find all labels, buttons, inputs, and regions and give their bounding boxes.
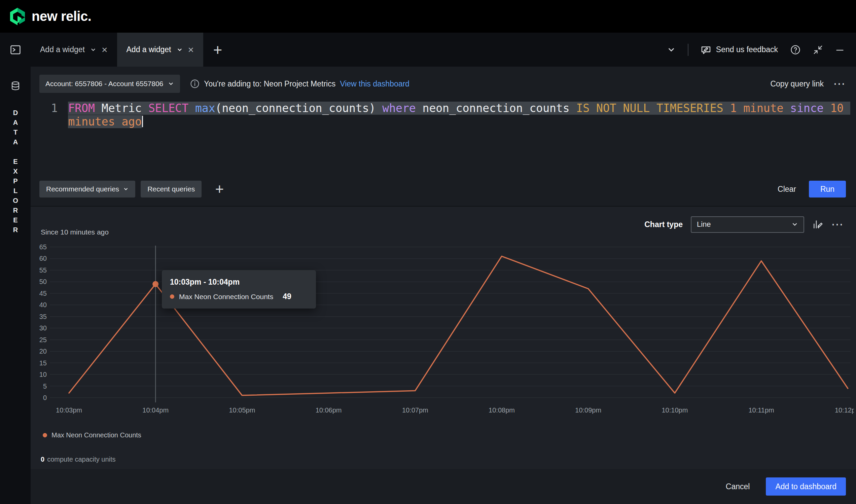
nrql-token: TIMESERIES	[657, 102, 724, 115]
new-relic-logo-icon	[9, 7, 26, 26]
line-chart[interactable]: 0510152025303540455055606510:03pm10:04pm…	[31, 240, 854, 429]
send-feedback-button[interactable]: Send us feedback	[700, 44, 778, 55]
app-root: new relic. Add a widget × Add a widget	[0, 0, 856, 504]
svg-text:10:06pm: 10:06pm	[316, 407, 342, 414]
add-query-icon[interactable]: +	[215, 182, 224, 197]
data-explorer-label[interactable]: DATA EXPLORER	[12, 109, 19, 236]
tooltip-title: 10:03pm - 10:04pm	[170, 277, 308, 287]
chart-tooltip: 10:03pm - 10:04pm Max Neon Connection Co…	[162, 270, 316, 308]
compute-capacity-note: 0 compute capacity units	[41, 455, 116, 463]
view-dashboard-link[interactable]: View this dashboard	[340, 79, 410, 89]
recommended-queries-label: Recommended queries	[46, 185, 119, 193]
help-icon[interactable]	[790, 44, 801, 55]
recent-queries-button[interactable]: Recent queries	[141, 181, 201, 198]
nrql-token: since	[790, 102, 823, 115]
chart-more-options-icon[interactable]: ⋯	[831, 221, 844, 228]
nrql-token: Metric	[95, 102, 148, 115]
copy-query-link[interactable]: Copy query link	[770, 79, 824, 89]
new-tab-button[interactable]: +	[203, 33, 232, 67]
footer-actions: Cancel Add to dashboard	[31, 469, 856, 504]
nrql-editor[interactable]: 1 FROM Metric SELECT max(neon_connection…	[39, 102, 846, 128]
cancel-button[interactable]: Cancel	[726, 482, 750, 491]
svg-text:5: 5	[43, 382, 47, 390]
collapse-icon[interactable]	[813, 45, 823, 55]
chart-type-select[interactable]: Line	[691, 216, 804, 233]
chevron-down-icon[interactable]	[90, 47, 96, 53]
chart-legend[interactable]: Max Neon Connection Counts	[43, 431, 141, 439]
feedback-icon	[700, 44, 711, 55]
header: new relic.	[0, 0, 856, 33]
svg-text:55: 55	[39, 267, 47, 274]
close-tab-icon[interactable]: ×	[102, 45, 108, 55]
legend-label: Max Neon Connection Counts	[52, 431, 141, 439]
account-selector[interactable]: Account: 6557806 - Account 6557806	[39, 75, 180, 93]
svg-text:10:04pm: 10:04pm	[142, 407, 168, 414]
close-tab-icon[interactable]: ×	[188, 45, 194, 55]
new-relic-logo[interactable]: new relic.	[9, 7, 91, 26]
compute-capacity-value: 0	[41, 455, 44, 463]
adding-to-text: You're adding to: Neon Project Metrics	[204, 79, 336, 89]
console-icon[interactable]	[10, 44, 21, 55]
database-icon[interactable]	[11, 81, 20, 91]
query-toolbar: Recommended queries Recent queries + Cle…	[39, 181, 846, 198]
line-number: 1	[39, 102, 57, 128]
svg-text:65: 65	[39, 243, 47, 251]
tab-overflow-chevron-icon[interactable]	[667, 46, 676, 54]
svg-text:10:07pm: 10:07pm	[402, 407, 428, 414]
svg-text:10: 10	[39, 371, 47, 378]
tab-bar: Add a widget × Add a widget × +	[0, 33, 856, 67]
tooltip-series-label: Max Neon Connection Counts	[179, 293, 273, 301]
query-code[interactable]: FROM Metric SELECT max(neon_connection_c…	[68, 102, 846, 128]
tab-add-widget-1[interactable]: Add a widget ×	[31, 33, 117, 67]
recent-queries-label: Recent queries	[147, 185, 195, 193]
svg-text:45: 45	[39, 290, 47, 297]
nrql-token: 1 minute	[730, 102, 783, 115]
tab-add-widget-2[interactable]: Add a widget ×	[117, 33, 203, 67]
svg-text:30: 30	[39, 324, 47, 332]
clear-button[interactable]: Clear	[778, 185, 796, 194]
chart-edit-icon[interactable]	[812, 219, 823, 230]
run-button[interactable]: Run	[809, 181, 846, 198]
time-range-label: Since 10 minutes ago	[41, 228, 109, 236]
chart-panel: Since 10 minutes ago Chart type Line	[31, 206, 856, 469]
svg-text:20: 20	[39, 347, 47, 355]
tab-label: Add a widget	[126, 45, 171, 54]
nrql-token	[724, 102, 730, 115]
nrql-token: SELECT	[148, 102, 189, 115]
svg-text:50: 50	[39, 278, 47, 285]
text-cursor	[142, 116, 143, 127]
svg-text:10:10pm: 10:10pm	[661, 407, 688, 414]
chevron-down-icon	[791, 221, 798, 228]
chevron-down-icon[interactable]	[177, 47, 183, 53]
tooltip-value: 49	[283, 292, 291, 301]
nrql-token: (neon_connection_counts)	[215, 102, 382, 115]
chart-type-label: Chart type	[644, 220, 683, 229]
nrql-token	[189, 102, 195, 115]
svg-text:35: 35	[39, 313, 47, 320]
nrql-token: where	[382, 102, 415, 115]
svg-text:60: 60	[39, 255, 47, 262]
compute-capacity-label: compute capacity units	[47, 455, 115, 463]
svg-text:25: 25	[39, 336, 47, 343]
feedback-label: Send us feedback	[716, 45, 778, 54]
svg-text:10:12pm: 10:12pm	[835, 407, 854, 414]
nrql-token	[824, 102, 831, 115]
divider	[688, 44, 689, 56]
svg-text:10:03pm: 10:03pm	[56, 407, 82, 414]
svg-text:0: 0	[43, 394, 47, 401]
nrql-token	[783, 102, 790, 115]
nrql-token: FROM	[68, 102, 94, 115]
svg-text:10:08pm: 10:08pm	[488, 407, 515, 414]
add-to-dashboard-button[interactable]: Add to dashboard	[766, 478, 846, 496]
minimize-icon[interactable]	[835, 45, 844, 54]
chevron-down-icon	[123, 186, 128, 192]
nrql-token: max	[195, 102, 215, 115]
chart-type-value: Line	[697, 220, 711, 229]
info-icon	[190, 79, 199, 89]
recommended-queries-button[interactable]: Recommended queries	[39, 181, 135, 198]
svg-text:40: 40	[39, 301, 47, 308]
nrql-token: neon_connection_counts	[416, 102, 576, 115]
chevron-down-icon	[168, 81, 174, 87]
legend-dot	[43, 433, 47, 437]
query-more-options-icon[interactable]: ⋯	[833, 80, 846, 88]
